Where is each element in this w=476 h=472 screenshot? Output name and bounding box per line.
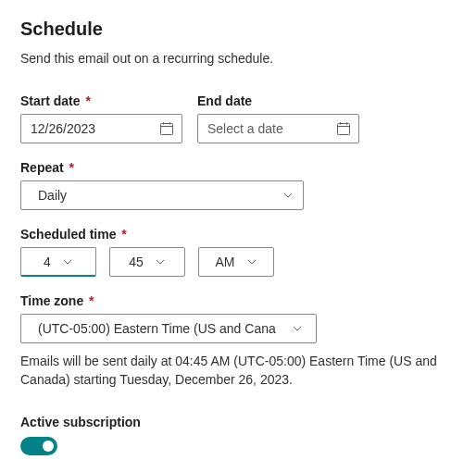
time-row: 4 45 AM xyxy=(20,247,456,277)
end-date-label-text: End date xyxy=(197,93,252,108)
hour-dropdown[interactable]: 4 xyxy=(20,247,96,277)
scheduled-time-field: Scheduled time * 4 45 AM xyxy=(20,227,456,277)
chevron-down-icon xyxy=(282,190,294,201)
active-subscription-section: Active subscription xyxy=(20,415,456,455)
start-date-field: Start date * 12/26/2023 xyxy=(20,93,182,143)
active-subscription-label: Active subscription xyxy=(20,415,456,429)
calendar-icon[interactable] xyxy=(336,121,351,136)
repeat-value: Daily xyxy=(38,188,277,203)
required-marker: * xyxy=(85,93,90,108)
page-description: Send this email out on a recurring sched… xyxy=(20,51,456,66)
ampm-value: AM xyxy=(216,255,235,269)
repeat-label: Repeat * xyxy=(20,160,456,175)
end-date-field: End date Select a date xyxy=(197,93,359,143)
chevron-down-icon xyxy=(292,323,303,334)
timezone-field: Time zone * (UTC-05:00) Eastern Time (US… xyxy=(20,293,456,343)
active-subscription-toggle[interactable] xyxy=(20,437,57,455)
repeat-dropdown[interactable]: Daily xyxy=(20,180,304,210)
chevron-down-icon xyxy=(246,256,257,267)
calendar-icon[interactable] xyxy=(159,121,174,136)
scheduled-time-label: Scheduled time * xyxy=(20,227,456,242)
ampm-dropdown[interactable]: AM xyxy=(198,247,274,277)
schedule-summary: Emails will be sent daily at 04:45 AM (U… xyxy=(20,353,456,389)
page-title: Schedule xyxy=(20,19,456,40)
hour-value: 4 xyxy=(44,255,51,269)
chevron-down-icon xyxy=(155,256,166,267)
timezone-value: (UTC-05:00) Eastern Time (US and Cana xyxy=(38,321,286,336)
minute-dropdown[interactable]: 45 xyxy=(109,247,185,277)
toggle-knob xyxy=(43,441,54,452)
required-marker: * xyxy=(89,293,94,308)
required-marker: * xyxy=(121,227,126,242)
end-date-input[interactable]: Select a date xyxy=(197,114,359,143)
timezone-dropdown[interactable]: (UTC-05:00) Eastern Time (US and Cana xyxy=(20,314,317,343)
chevron-down-icon xyxy=(62,256,73,267)
required-marker: * xyxy=(69,160,74,175)
end-date-placeholder: Select a date xyxy=(207,121,336,136)
repeat-field: Repeat * Daily xyxy=(20,160,456,210)
start-date-label: Start date * xyxy=(20,93,182,108)
timezone-label: Time zone * xyxy=(20,293,456,308)
start-date-value: 12/26/2023 xyxy=(31,121,159,136)
svg-rect-0 xyxy=(161,124,173,135)
timezone-label-text: Time zone xyxy=(20,293,83,308)
start-date-label-text: Start date xyxy=(20,93,81,108)
repeat-label-text: Repeat xyxy=(20,160,64,175)
end-date-label: End date xyxy=(197,93,359,108)
date-row: Start date * 12/26/2023 End date Select … xyxy=(20,93,456,143)
scheduled-time-label-text: Scheduled time xyxy=(20,227,116,242)
start-date-input[interactable]: 12/26/2023 xyxy=(20,114,182,143)
minute-value: 45 xyxy=(129,255,144,269)
svg-rect-4 xyxy=(338,124,350,135)
